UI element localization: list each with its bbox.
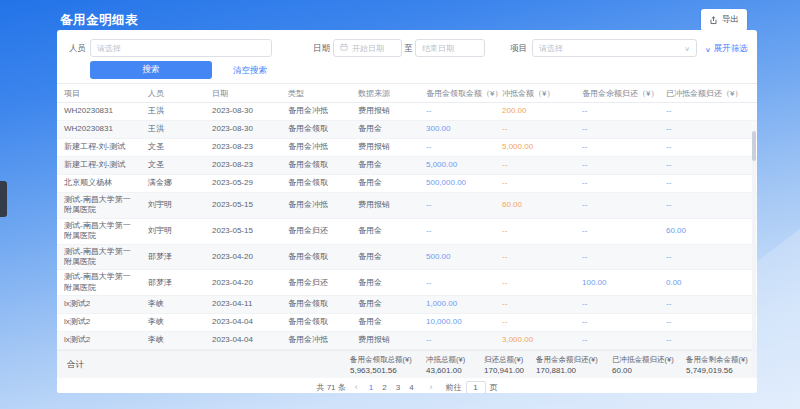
cell-balance_return: --	[578, 176, 662, 190]
cell-date: 2023-08-23	[208, 140, 284, 154]
date-end-input[interactable]: 结束日期	[415, 39, 485, 57]
header-cell: 项目	[60, 88, 144, 99]
cell-type: 备用金冲抵	[284, 333, 354, 347]
cell-date: 2023-08-23	[208, 158, 284, 172]
expand-filter-link[interactable]: ∨ 展开筛选	[705, 43, 748, 55]
summary-item-label: 已冲抵金额归还(¥)	[612, 355, 686, 365]
cell-type: 备用金领取	[284, 122, 354, 136]
goto-label: 前往	[446, 382, 462, 393]
cell-project: WH20230831	[60, 122, 144, 136]
cell-person: 邵梦泽	[144, 250, 208, 264]
cell-offset_return: --	[662, 198, 755, 212]
summary-row: 合计 备用金领取总额(¥)5,963,501.56冲抵总额(¥)43,601.0…	[57, 350, 757, 378]
summary-item-value: 60.00	[612, 366, 686, 375]
cell-project: 测试-南昌大学第一附属医院	[60, 270, 144, 295]
summary-item: 归还总额(¥)170,941.00	[484, 355, 536, 375]
cell-offset: --	[498, 297, 578, 311]
cell-source: 费用报销	[354, 140, 422, 154]
cell-person: 文圣	[144, 140, 208, 154]
cell-project: WH20230831	[60, 104, 144, 118]
cell-balance_return: --	[578, 198, 662, 212]
cell-source: 备用金	[354, 276, 422, 290]
cell-offset_return: --	[662, 104, 755, 118]
table-row: WH20230831王洪2023-08-30备用金冲抵费用报销--200.00-…	[57, 103, 757, 121]
page-number-2[interactable]: 2	[380, 383, 388, 392]
summary-item-value: 43,601.00	[426, 366, 484, 375]
cell-project: 测试-南昌大学第一附属医院	[60, 245, 144, 270]
cell-project: lx测试2	[60, 315, 144, 329]
cell-project: 新建工程-刘-测试	[60, 140, 144, 154]
cell-offset_return: --	[662, 176, 755, 190]
cell-project: lx测试2	[60, 333, 144, 347]
cell-offset: --	[498, 176, 578, 190]
scrollbar-thumb[interactable]	[752, 131, 756, 161]
date-filter-label: 日期	[313, 43, 330, 55]
summary-item-label: 备用金余额归还(¥)	[536, 355, 612, 365]
cell-date: 2023-05-29	[208, 176, 284, 190]
page-title: 备用金明细表	[60, 12, 138, 29]
goto-page-input[interactable]	[466, 381, 486, 393]
cell-person: 王洪	[144, 104, 208, 118]
cell-balance_return: --	[578, 315, 662, 329]
page-number-3[interactable]: 3	[394, 383, 402, 392]
person-filter-input[interactable]	[90, 39, 272, 57]
cell-offset_return: --	[662, 315, 755, 329]
cell-person: 李峡	[144, 297, 208, 311]
cell-source: 费用报销	[354, 333, 422, 347]
cell-received: --	[422, 276, 498, 290]
pagination: 共 71 条 ‹ 1234 › 前往 页	[57, 378, 757, 393]
project-select-placeholder: 请选择	[539, 43, 563, 54]
cell-source: 备用金	[354, 176, 422, 190]
export-button[interactable]: 导出	[701, 9, 747, 31]
header-cell: 人员	[144, 88, 208, 99]
collapsed-panel-handle[interactable]	[0, 181, 7, 217]
cell-offset: --	[498, 158, 578, 172]
search-button[interactable]: 搜索	[90, 61, 212, 79]
date-start-placeholder: 开始日期	[352, 43, 384, 54]
cell-type: 备用金领取	[284, 176, 354, 190]
cell-person: 刘宇明	[144, 198, 208, 212]
page-number-4[interactable]: 4	[407, 383, 415, 392]
cell-offset: 60.00	[498, 198, 578, 212]
table-header: 项目人员日期类型数据来源备用金领取金额（¥）冲抵金额（¥）备用金余额归还（¥）已…	[57, 83, 757, 103]
cell-received: 500,000.00	[422, 176, 498, 190]
table-scrollbar[interactable]	[752, 131, 756, 375]
total-count: 共 71 条	[316, 382, 345, 393]
cell-date: 2023-04-11	[208, 297, 284, 311]
summary-item-label: 归还总额(¥)	[484, 355, 536, 365]
prev-page-button[interactable]: ‹	[353, 382, 360, 392]
header-cell: 日期	[208, 88, 284, 99]
cell-type: 备用金冲抵	[284, 104, 354, 118]
summary-item-value: 170,941.00	[484, 366, 536, 375]
cell-date: 2023-08-30	[208, 104, 284, 118]
cell-offset: --	[498, 250, 578, 264]
cell-source: 备用金	[354, 122, 422, 136]
cell-type: 备用金归还	[284, 276, 354, 290]
cell-balance_return: --	[578, 250, 662, 264]
cell-person: 李峡	[144, 315, 208, 329]
cell-received: --	[422, 224, 498, 238]
project-select[interactable]: 请选择 ∨	[532, 39, 697, 57]
summary-item: 备用金领取总额(¥)5,963,501.56	[350, 355, 426, 375]
cell-source: 备用金	[354, 315, 422, 329]
clear-search-link[interactable]: 清空搜索	[233, 65, 267, 77]
cell-received: 300.00	[422, 122, 498, 136]
next-page-button[interactable]: ›	[428, 382, 435, 392]
cell-offset_return: --	[662, 333, 755, 347]
cell-person: 文圣	[144, 158, 208, 172]
person-filter-label: 人员	[69, 43, 86, 55]
cell-date: 2023-08-30	[208, 122, 284, 136]
cell-balance_return: 100.00	[578, 276, 662, 290]
summary-item-value: 170,881.00	[536, 366, 612, 375]
cell-offset: --	[498, 224, 578, 238]
project-filter-label: 项目	[510, 43, 527, 55]
cell-balance_return: --	[578, 122, 662, 136]
summary-item: 冲抵总额(¥)43,601.00	[426, 355, 484, 375]
cell-type: 备用金领取	[284, 297, 354, 311]
summary-item: 备用金余额归还(¥)170,881.00	[536, 355, 612, 375]
page-number-1[interactable]: 1	[367, 383, 375, 392]
cell-person: 王洪	[144, 122, 208, 136]
date-start-input[interactable]: 开始日期	[333, 39, 402, 57]
cell-offset_return: --	[662, 250, 755, 264]
cell-type: 备用金冲抵	[284, 198, 354, 212]
